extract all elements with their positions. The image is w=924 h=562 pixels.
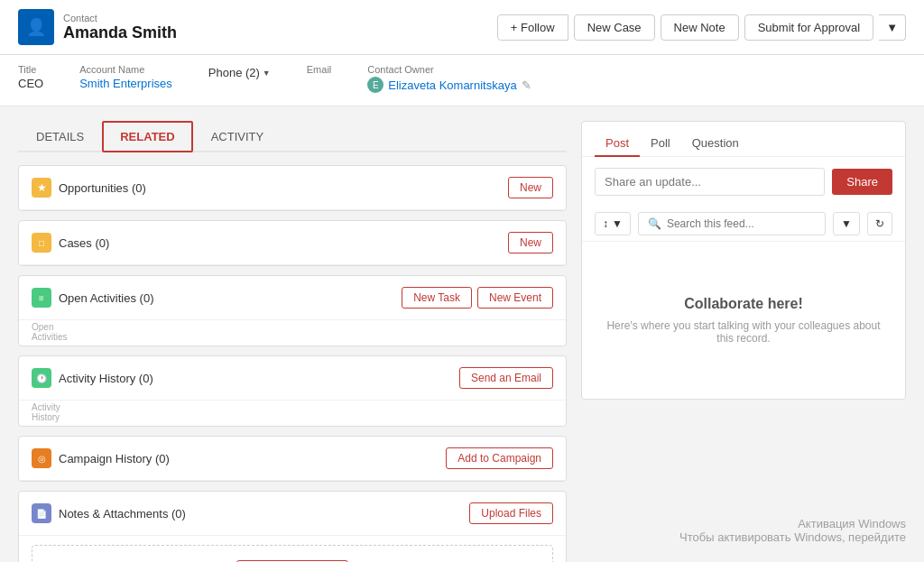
follow-button[interactable]: + Follow xyxy=(497,14,568,41)
record-tabs: DETAILS RELATED ACTIVITY xyxy=(18,121,567,152)
feed-refresh-button[interactable]: ↻ xyxy=(867,212,892,235)
right-panel: Post Poll Question Share ↕ ▼ 🔍 ▼ xyxy=(581,121,906,562)
tab-activity[interactable]: ACTIVITY xyxy=(193,121,282,152)
notes-attachments-icon: 📄 xyxy=(32,503,51,523)
watermark-line2: Чтобы активировать Windows, перейдите xyxy=(679,530,906,544)
open-activities-sublabel: OpenActivities xyxy=(19,320,566,345)
feed-tab-post[interactable]: Post xyxy=(595,131,640,157)
share-input[interactable] xyxy=(595,168,825,196)
campaign-history-header: ◎ Campaign History (0) Add to Campaign xyxy=(19,437,566,481)
activity-history-title: 🕐 Activity History (0) xyxy=(32,368,153,388)
open-activities-section: ≡ Open Activities (0) New Task New Event… xyxy=(18,275,567,346)
campaign-history-title: ◎ Campaign History (0) xyxy=(32,448,170,468)
left-panel: DETAILS RELATED ACTIVITY ★ Opportunities… xyxy=(18,121,567,562)
opportunities-new-button[interactable]: New xyxy=(508,177,553,198)
send-email-button[interactable]: Send an Email xyxy=(459,367,553,389)
owner-edit-icon[interactable]: ✎ xyxy=(522,78,531,92)
watermark-line1: Активация Windows xyxy=(679,517,906,530)
open-activities-title: ≡ Open Activities (0) xyxy=(32,288,154,308)
notes-attachments-title: 📄 Notes & Attachments (0) xyxy=(32,503,186,523)
new-case-button[interactable]: New Case xyxy=(574,14,655,41)
title-label: Title xyxy=(18,64,43,75)
notes-attachments-header: 📄 Notes & Attachments (0) Upload Files xyxy=(19,492,566,536)
upload-files-button-header[interactable]: Upload Files xyxy=(469,502,553,524)
filter-icon: ▼ xyxy=(841,217,852,230)
activity-history-section: 🕐 Activity History (0) Send an Email Act… xyxy=(18,355,567,427)
search-icon: 🔍 xyxy=(648,217,661,230)
tab-related[interactable]: RELATED xyxy=(102,121,192,152)
tab-details[interactable]: DETAILS xyxy=(18,121,102,152)
sort-chevron-icon: ▼ xyxy=(612,217,623,230)
phone-field: Phone (2) ▼ xyxy=(208,64,271,79)
main-content: DETAILS RELATED ACTIVITY ★ Opportunities… xyxy=(0,106,924,562)
feed-tab-poll[interactable]: Poll xyxy=(640,131,681,157)
account-link[interactable]: Smith Enterprises xyxy=(79,77,172,90)
contact-header: 👤 Contact Amanda Smith xyxy=(18,9,177,45)
feed-filter-button[interactable]: ▼ xyxy=(833,212,860,235)
campaign-history-actions: Add to Campaign xyxy=(446,447,553,469)
add-to-campaign-button[interactable]: Add to Campaign xyxy=(446,447,553,469)
feed-card: Post Poll Question Share ↕ ▼ 🔍 ▼ xyxy=(581,121,906,400)
open-activities-icon: ≡ xyxy=(32,288,51,308)
header-actions: + Follow New Case New Note Submit for Ap… xyxy=(497,14,906,41)
opportunities-section: ★ Opportunities (0) New xyxy=(18,165,567,211)
cases-actions: New xyxy=(508,232,553,253)
opportunities-icon: ★ xyxy=(32,178,51,198)
share-bar: Share xyxy=(582,157,905,207)
feed-empty-state: Collaborate here! Here's where you start… xyxy=(582,242,905,399)
feed-tabs: Post Poll Question xyxy=(582,122,905,157)
new-task-button[interactable]: New Task xyxy=(402,287,472,309)
title-field: Title CEO xyxy=(18,64,43,90)
top-bar: 👤 Contact Amanda Smith + Follow New Case… xyxy=(0,0,924,55)
account-value: Smith Enterprises xyxy=(79,77,172,90)
open-activities-header: ≡ Open Activities (0) New Task New Event xyxy=(19,276,566,320)
opportunities-actions: New xyxy=(508,177,553,198)
cases-new-button[interactable]: New xyxy=(508,232,553,253)
open-activities-actions: New Task New Event xyxy=(402,287,553,309)
campaign-history-icon: ◎ xyxy=(32,448,51,468)
share-button[interactable]: Share xyxy=(832,169,892,195)
submit-approval-button[interactable]: Submit for Approval xyxy=(744,14,873,41)
sort-icon: ↕ xyxy=(603,217,608,230)
upload-drop-area[interactable]: ⬆ Upload Files Or drop files xyxy=(32,545,553,562)
opportunities-header: ★ Opportunities (0) New xyxy=(19,166,566,210)
owner-value: E Elizaveta Komarnitskaya ✎ xyxy=(367,77,531,93)
feed-tab-question[interactable]: Question xyxy=(681,131,750,157)
title-value: CEO xyxy=(18,77,43,90)
owner-field: Contact Owner E Elizaveta Komarnitskaya … xyxy=(367,64,531,93)
account-label: Account Name xyxy=(79,64,172,75)
cases-title: □ Cases (0) xyxy=(32,233,109,253)
notes-attachments-section: 📄 Notes & Attachments (0) Upload Files ⬆… xyxy=(18,491,567,562)
opportunities-title: ★ Opportunities (0) xyxy=(32,178,146,198)
meta-bar: Title CEO Account Name Smith Enterprises… xyxy=(0,55,924,106)
email-label: Email xyxy=(307,64,332,75)
feed-search-input[interactable] xyxy=(667,217,816,230)
follow-button-group: + Follow xyxy=(497,14,568,41)
activity-history-sublabel: ActivityHistory xyxy=(19,401,566,426)
contact-name: Amanda Smith xyxy=(63,23,177,42)
feed-empty-title: Collaborate here! xyxy=(684,296,803,312)
activity-history-actions: Send an Email xyxy=(459,367,553,389)
cases-header: □ Cases (0) New xyxy=(19,221,566,265)
cases-icon: □ xyxy=(32,233,51,253)
new-note-button[interactable]: New Note xyxy=(661,14,739,41)
owner-label: Contact Owner xyxy=(367,64,531,75)
feed-toolbar: ↕ ▼ 🔍 ▼ ↻ xyxy=(582,207,905,242)
windows-watermark: Активация Windows Чтобы активировать Win… xyxy=(679,517,906,544)
actions-dropdown-button[interactable]: ▼ xyxy=(879,14,906,41)
new-event-button[interactable]: New Event xyxy=(477,287,553,309)
account-field: Account Name Smith Enterprises xyxy=(79,64,172,90)
email-field: Email xyxy=(307,64,332,77)
phone-chevron-icon: ▼ xyxy=(263,69,271,78)
feed-sort-button[interactable]: ↕ ▼ xyxy=(595,212,631,235)
contact-avatar: 👤 xyxy=(18,9,54,45)
activity-history-icon: 🕐 xyxy=(32,368,51,388)
record-type-label: Contact xyxy=(63,13,177,23)
campaign-history-section: ◎ Campaign History (0) Add to Campaign xyxy=(18,436,567,482)
owner-avatar-icon: E xyxy=(367,77,383,93)
phone-value[interactable]: Phone (2) ▼ xyxy=(208,66,271,79)
cases-section: □ Cases (0) New xyxy=(18,220,567,266)
notes-attachments-actions: Upload Files xyxy=(469,502,553,524)
owner-name[interactable]: Elizaveta Komarnitskaya xyxy=(388,78,516,92)
feed-search-bar: 🔍 xyxy=(638,212,826,235)
